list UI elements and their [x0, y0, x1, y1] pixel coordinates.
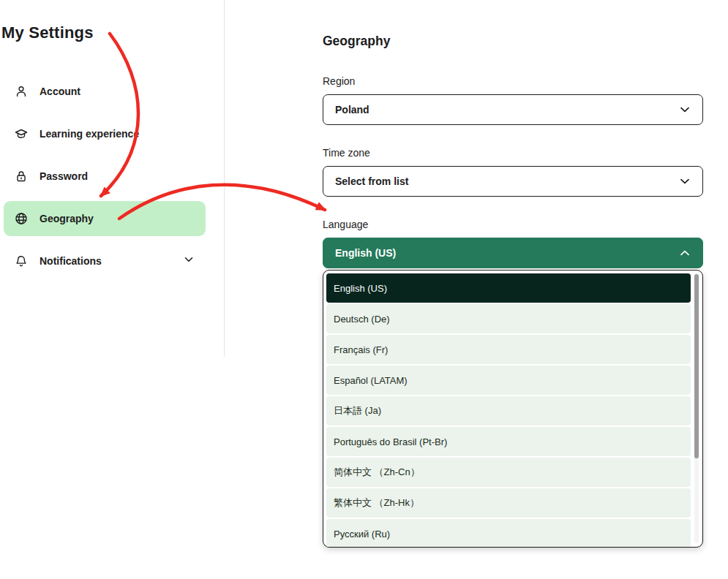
region-select[interactable]: Poland — [323, 94, 703, 125]
language-value: English (US) — [335, 247, 396, 259]
language-option[interactable]: 日本語 (Ja) — [326, 396, 691, 425]
sidebar-item-password[interactable]: Password — [4, 159, 206, 194]
chevron-down-icon — [679, 104, 691, 116]
page-title: My Settings — [1, 23, 94, 42]
timezone-label: Time zone — [323, 147, 370, 159]
language-option[interactable]: Русский (Ru) — [326, 519, 691, 548]
language-option[interactable]: Français (Fr) — [326, 335, 691, 364]
region-value: Poland — [335, 104, 369, 116]
language-option[interactable]: Português do Brasil (Pt-Br) — [326, 427, 691, 456]
sidebar-item-label: Geography — [40, 213, 94, 224]
language-option[interactable]: English (US) — [326, 273, 691, 303]
language-option[interactable]: Español (LATAM) — [326, 366, 691, 395]
language-option[interactable]: 繁体中文 （Zh-Hk） — [326, 488, 691, 518]
language-label: Language — [323, 219, 368, 230]
vertical-divider — [224, 0, 225, 357]
chevron-down-icon[interactable] — [184, 254, 194, 268]
chevron-up-icon — [679, 247, 691, 259]
sidebar-item-label: Learning experience — [40, 128, 139, 140]
chevron-down-icon — [679, 175, 691, 187]
language-option[interactable]: 简体中文 （Zh-Cn） — [326, 458, 691, 487]
settings-sidebar: My Settings Account Learning experience … — [0, 0, 224, 579]
scrollbar-thumb[interactable] — [694, 274, 699, 458]
person-icon — [15, 85, 28, 98]
section-heading: Geography — [323, 34, 390, 49]
sidebar-item-geography[interactable]: Geography — [4, 201, 206, 236]
language-options-panel: English (US) Deutsch (De) Français (Fr) … — [323, 270, 703, 548]
settings-page: { "sidebar": { "title": "My Settings", "… — [0, 0, 728, 579]
language-option[interactable]: Deutsch (De) — [326, 304, 691, 333]
timezone-value: Select from list — [335, 175, 408, 187]
sidebar-item-account[interactable]: Account — [4, 74, 206, 109]
sidebar-item-notifications[interactable]: Notifications — [4, 243, 206, 279]
sidebar-item-label: Notifications — [40, 255, 102, 267]
sidebar-item-label: Account — [40, 86, 80, 97]
scrollbar[interactable] — [694, 274, 699, 543]
lock-icon — [15, 170, 28, 183]
timezone-select[interactable]: Select from list — [323, 166, 703, 197]
graduation-cap-icon — [15, 127, 28, 140]
globe-icon — [15, 212, 28, 225]
sidebar-item-label: Password — [40, 170, 88, 182]
language-select[interactable]: English (US) — [323, 238, 703, 268]
region-label: Region — [323, 75, 355, 87]
sidebar-item-learning-experience[interactable]: Learning experience — [4, 116, 206, 151]
bell-icon — [15, 254, 28, 268]
